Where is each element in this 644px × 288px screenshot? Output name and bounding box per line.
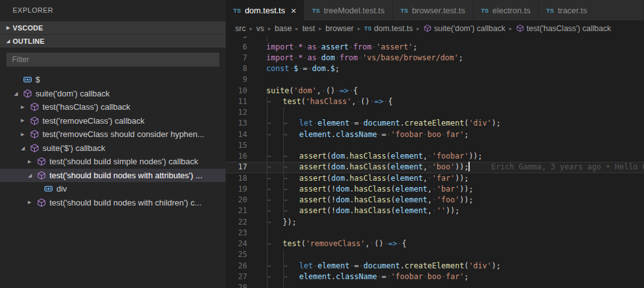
filter-input[interactable]: [6, 53, 219, 67]
chevron-right-icon[interactable]: ▶: [28, 200, 36, 205]
symbol-method-icon: [36, 170, 46, 180]
chevron-right-icon[interactable]: ▶: [21, 118, 29, 123]
breadcrumb-item[interactable]: base: [274, 24, 292, 33]
line-number: 12: [226, 107, 247, 118]
code-line[interactable]: 17→→assert(dom.hasClass(element,·'boo'))…: [226, 162, 644, 173]
chevron-right-icon[interactable]: ▶: [21, 132, 29, 137]
tab-whitespace-icon: →: [266, 173, 283, 184]
outline-item[interactable]: ▶ test('removeClass') callback: [0, 114, 226, 128]
line-number: 24: [226, 239, 247, 249]
editor[interactable]: 56import·*·as·assert·from·'assert';7impo…: [226, 36, 644, 288]
tab-whitespace-icon: →: [266, 272, 283, 282]
indent-guide: [267, 249, 267, 260]
indent-guide: [283, 107, 284, 118]
tab-dom.test.ts[interactable]: TSdom.test.ts×: [226, 0, 304, 20]
code-line[interactable]: 27→→element.className·=·'foobar·boo·far'…: [226, 272, 644, 282]
tab-browser.test.ts[interactable]: TSbrowser.test.ts: [393, 0, 473, 20]
outline-item-label: test('hasClass') callback: [42, 102, 131, 112]
outline-item[interactable]: ◢ suite('dom') callback: [0, 87, 226, 101]
line-number: 18: [226, 173, 247, 184]
section-label: OUTLINE: [13, 37, 44, 45]
outline-item[interactable]: ▶ test('removeClass should consider hyph…: [0, 128, 226, 141]
breadcrumb-item[interactable]: browser: [326, 24, 354, 33]
chevron-right-icon[interactable]: ▶: [21, 105, 29, 110]
outline-item-label: suite('$') callback: [42, 143, 105, 153]
indent-guide: [267, 96, 267, 107]
code-line[interactable]: 25: [226, 249, 644, 260]
breadcrumb-label: src: [235, 24, 246, 33]
code-line[interactable]: 15: [226, 140, 644, 151]
breadcrumb-item[interactable]: TSdom.test.ts: [364, 24, 413, 33]
code-line[interactable]: 24→test('removeClass',·()·=>·{: [226, 239, 644, 249]
indent-guide: [267, 107, 267, 118]
tab-treeModel.test.ts[interactable]: TStreeModel.test.ts: [304, 0, 392, 20]
code-line[interactable]: 13→→let·element·=·document.createElement…: [226, 118, 644, 129]
code-line[interactable]: 5: [226, 36, 644, 42]
breadcrumb-item[interactable]: suite('dom') callback: [423, 24, 505, 33]
code-line[interactable]: 16→→assert(dom.hasClass(element,·'foobar…: [226, 151, 644, 162]
close-icon[interactable]: ×: [291, 6, 297, 15]
tab-label: treeModel.test.ts: [324, 6, 385, 15]
sidebar-section-outline[interactable]: ◢ OUTLINE: [0, 34, 226, 48]
code-line[interactable]: 12: [226, 107, 644, 118]
code-line[interactable]: 18→→assert(dom.hasClass(element,·'far'))…: [226, 173, 644, 184]
code-line[interactable]: 28: [226, 282, 644, 288]
tab-whitespace-icon: →: [283, 118, 299, 129]
tab-label: browser.test.ts: [412, 6, 465, 15]
typescript-file-icon: TS: [233, 7, 241, 14]
indent-guide: [283, 173, 284, 184]
code-line[interactable]: 21→→assert(!dom.hasClass(element,·''));: [226, 206, 644, 216]
code-line[interactable]: 10suite('dom',·()·=>·{: [226, 86, 644, 96]
breadcrumb: src▸vs▸base▸test▸browser▸TSdom.test.ts▸ …: [226, 20, 644, 36]
tab-whitespace-icon: →: [283, 151, 299, 162]
breadcrumb-item[interactable]: vs: [256, 24, 264, 33]
breadcrumb-item[interactable]: test('hasClass') callback: [516, 24, 611, 33]
chevron-right-icon: ▶: [4, 25, 13, 30]
code-line[interactable]: 11→test('hasClass',·()·=>·{: [226, 96, 644, 107]
line-number: 17: [226, 162, 247, 173]
outline-item[interactable]: ◢ test('should build nodes with attribut…: [0, 169, 226, 183]
indent-guide: [267, 162, 267, 173]
outline-item-label: suite('dom') callback: [35, 89, 110, 98]
code-line[interactable]: 8const·$·=·dom.$;: [226, 63, 644, 74]
outline-item[interactable]: ▶ test('should build nodes with children…: [0, 196, 226, 210]
code-line[interactable]: 14→→element.className·=·'foobar·boo·far'…: [226, 129, 644, 140]
chevron-down-icon[interactable]: ◢: [28, 173, 36, 178]
tab-whitespace-icon: →: [283, 195, 299, 206]
line-number: 8: [226, 63, 247, 74]
line-number: 7: [226, 53, 247, 63]
breadcrumb-label: dom.test.ts: [374, 24, 413, 33]
code-line[interactable]: 22→});: [226, 217, 644, 228]
outline-item[interactable]: ▶ test('should build simple nodes') call…: [0, 155, 226, 169]
editor-group: TSdom.test.ts×TStreeModel.test.tsTSbrows…: [226, 0, 644, 288]
chevron-down-icon[interactable]: ◢: [14, 91, 22, 96]
code-line[interactable]: 23: [226, 228, 644, 239]
tab-whitespace-icon: →: [266, 151, 283, 162]
code-line[interactable]: 7import·*·as·dom·from·'vs/base/browser/d…: [226, 53, 644, 63]
code-line[interactable]: 20→→assert(!dom.hasClass(element,·'foo')…: [226, 195, 644, 206]
code-line[interactable]: 6import·*·as·assert·from·'assert';: [226, 42, 644, 53]
outline-item[interactable]: div: [0, 182, 226, 196]
tab-whitespace-icon: →: [283, 261, 299, 272]
chevron-right-icon[interactable]: ▶: [28, 159, 36, 164]
chevron-down-icon[interactable]: ◢: [21, 145, 29, 151]
outline-item[interactable]: ◢ suite('$') callback: [0, 141, 226, 155]
indent-guide: [267, 272, 267, 282]
sidebar-section-vscode[interactable]: ▶ VSCODE: [0, 21, 226, 34]
breadcrumb-item[interactable]: test: [302, 24, 315, 33]
code-line[interactable]: 9: [226, 74, 644, 85]
symbol-variable-icon: [43, 184, 53, 194]
outline-item[interactable]: $: [0, 73, 226, 87]
tab-whitespace-icon: →: [266, 118, 283, 129]
symbol-method-icon: [36, 157, 46, 167]
symbol-method-icon: [36, 197, 46, 207]
tab-electron.ts[interactable]: TSelectron.ts: [473, 0, 539, 20]
tab-whitespace-icon: →: [283, 184, 299, 195]
chevron-right-icon: ▸: [416, 25, 420, 32]
code-line[interactable]: 19→→assert(!dom.hasClass(element,·'bar')…: [226, 184, 644, 195]
tab-whitespace-icon: →: [266, 206, 283, 216]
code-line[interactable]: 26→→let·element·=·document.createElement…: [226, 261, 644, 272]
breadcrumb-item[interactable]: src: [235, 24, 246, 33]
tab-tracer.ts[interactable]: TStracer.ts: [539, 0, 644, 20]
outline-item[interactable]: ▶ test('hasClass') callback: [0, 100, 226, 114]
